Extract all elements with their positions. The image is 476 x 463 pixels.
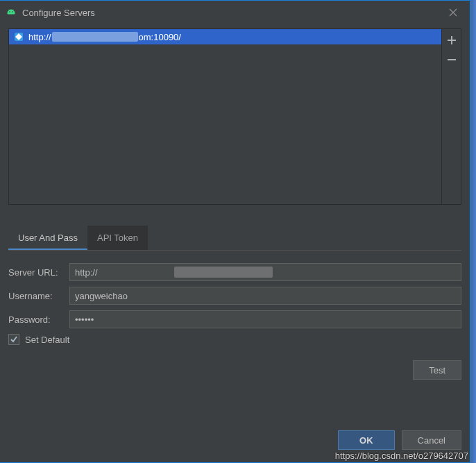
set-default-row: Set Default	[8, 334, 461, 345]
server-list-item[interactable]: http:// om:10090/	[9, 29, 441, 44]
dialog-footer: OK Cancel	[8, 430, 461, 450]
server-icon	[13, 31, 24, 42]
cancel-button[interactable]: Cancel	[402, 430, 461, 450]
server-list[interactable]: http:// om:10090/	[9, 29, 441, 204]
svg-point-1	[9, 11, 10, 12]
add-server-button[interactable]	[443, 32, 460, 49]
password-row: Password: ••••••	[8, 310, 461, 328]
window-title: Configure Servers	[22, 8, 442, 18]
server-url-input[interactable]: http:// :10090/	[69, 263, 461, 281]
server-url-row: Server URL: http:// :10090/	[8, 263, 461, 281]
server-url-prefix: http://	[28, 32, 51, 42]
close-button[interactable]	[442, 3, 464, 22]
server-url-label: Server URL:	[8, 267, 69, 278]
username-label: Username:	[8, 291, 69, 301]
password-label: Password:	[8, 314, 69, 325]
watermark: https://blog.csdn.net/o279642707	[335, 451, 468, 461]
tab-user-and-pass[interactable]: User And Pass	[8, 226, 87, 250]
ok-button[interactable]: OK	[338, 430, 395, 450]
username-row: Username: yangweichao	[8, 287, 461, 305]
set-default-checkbox[interactable]	[8, 334, 19, 345]
svg-point-2	[12, 11, 12, 12]
list-buttons	[441, 29, 461, 204]
right-edge-decoration	[470, 0, 476, 463]
set-default-label: Set Default	[25, 335, 69, 345]
remove-server-button[interactable]	[443, 51, 460, 68]
auth-tabs: User And Pass API Token	[8, 226, 461, 251]
configure-servers-dialog: Configure Servers http:// om:10090/	[0, 0, 470, 463]
server-url-input-prefix: http://	[75, 267, 98, 278]
redacted-host	[174, 267, 273, 278]
test-button[interactable]: Test	[413, 360, 461, 380]
android-icon	[6, 7, 17, 18]
server-url-suffix: om:10090/	[139, 32, 181, 42]
password-input[interactable]: ••••••	[69, 310, 461, 328]
redacted-host	[52, 32, 138, 42]
dialog-content: http:// om:10090/ User And Pass API Toke…	[0, 24, 470, 380]
test-row: Test	[8, 360, 461, 380]
tab-api-token[interactable]: API Token	[87, 226, 148, 250]
credentials-form: Server URL: http:// :10090/ Username: ya…	[8, 263, 461, 380]
server-list-area: http:// om:10090/	[8, 28, 461, 205]
titlebar: Configure Servers	[0, 1, 470, 24]
svg-rect-0	[8, 12, 15, 14]
username-input[interactable]: yangweichao	[69, 287, 461, 305]
